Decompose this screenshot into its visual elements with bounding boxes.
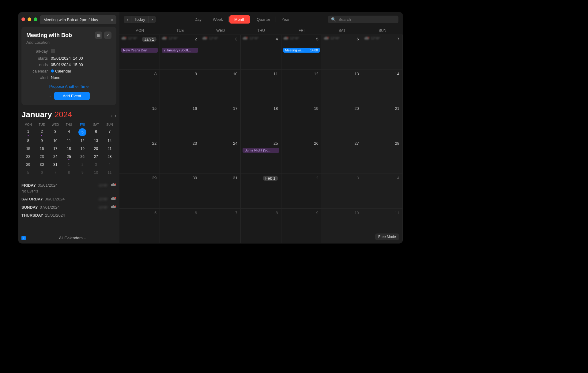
day-cell[interactable]: 23 — [160, 139, 200, 174]
day-cell[interactable]: Feb 1 — [241, 174, 281, 209]
mini-day[interactable]: 21 — [103, 145, 116, 153]
location-field[interactable]: Add Location — [26, 40, 111, 45]
event-chip[interactable]: 2 January (Scotl… — [162, 48, 198, 53]
mini-day[interactable]: 7 — [103, 128, 116, 137]
day-cell[interactable]: 11 — [241, 70, 281, 105]
add-event-button[interactable]: Add Event — [54, 92, 90, 100]
search-input[interactable] — [338, 17, 395, 22]
day-cell[interactable]: 12°/8°5Meeting wi…14:00 — [281, 35, 322, 70]
mini-day[interactable]: 30 — [35, 161, 48, 169]
mini-day[interactable]: 23 — [35, 153, 48, 161]
mini-day[interactable]: 27 — [89, 153, 103, 161]
day-cell[interactable]: 12 — [281, 70, 322, 105]
expand-icon[interactable]: ⌄ — [48, 94, 51, 98]
calendar-picker-icon[interactable]: ▦ — [95, 32, 102, 39]
starts-time[interactable]: 14:00 — [73, 56, 83, 61]
propose-time-link[interactable]: Propose Another Time — [26, 84, 111, 89]
mini-day[interactable]: 22 — [21, 153, 35, 161]
all-calendars-checkbox[interactable]: ✓ — [21, 236, 26, 240]
day-cell[interactable]: 10 — [322, 209, 362, 244]
mini-day[interactable]: 9 — [35, 137, 48, 145]
mini-day[interactable]: 12 — [76, 137, 89, 145]
view-day[interactable]: Day — [190, 15, 206, 24]
event-chip[interactable]: New Year's Day — [121, 48, 158, 53]
mini-day[interactable]: 6 — [89, 128, 103, 137]
mini-day[interactable]: 2 — [35, 128, 48, 137]
mini-day[interactable]: 1 — [62, 161, 76, 169]
mini-day[interactable]: 5 — [78, 128, 86, 136]
day-cell[interactable]: 19 — [281, 104, 322, 139]
mini-day[interactable]: 28 — [103, 153, 116, 161]
day-cell[interactable]: 20 — [322, 104, 362, 139]
day-cell[interactable]: 12°/8°Jan 1New Year's Day — [119, 35, 160, 70]
alert-value[interactable]: None — [51, 75, 111, 80]
view-month[interactable]: Month — [229, 15, 250, 24]
day-cell[interactable]: 6 — [160, 209, 200, 244]
view-quarter[interactable]: Quarter — [252, 15, 275, 24]
view-week[interactable]: Week — [208, 15, 228, 24]
mini-day[interactable]: 11 — [62, 137, 76, 145]
maximize-window[interactable] — [34, 17, 37, 21]
mini-day[interactable]: 8 — [62, 169, 76, 177]
mini-day[interactable]: 10 — [89, 169, 103, 177]
quick-entry-field[interactable]: × — [40, 15, 116, 24]
mini-day[interactable]: 4 — [62, 128, 76, 137]
day-cell[interactable]: 16 — [160, 104, 200, 139]
close-window[interactable] — [21, 17, 25, 21]
mini-day[interactable]: 13 — [89, 137, 103, 145]
day-cell[interactable]: 12°/8°7 — [362, 35, 403, 70]
day-cell[interactable]: 24 — [200, 139, 241, 174]
day-cell[interactable]: 8 — [119, 70, 160, 105]
mini-day[interactable]: 19 — [76, 145, 89, 153]
day-cell[interactable]: 18 — [241, 104, 281, 139]
mini-day[interactable]: 24 — [49, 153, 62, 161]
mini-day[interactable]: 1 — [21, 128, 35, 137]
mini-day[interactable]: 5 — [21, 169, 35, 177]
mini-day[interactable]: 7 — [49, 169, 62, 177]
mini-day[interactable]: 17 — [49, 145, 62, 153]
day-cell[interactable]: 22 — [119, 139, 160, 174]
mini-day[interactable]: 16 — [35, 145, 48, 153]
mini-day[interactable]: 15 — [21, 145, 35, 153]
ends-date[interactable]: 05/01/2024 — [51, 62, 71, 67]
confirm-icon[interactable]: ✓ — [104, 32, 111, 39]
mini-next-icon[interactable]: › — [115, 113, 116, 118]
agenda-item[interactable]: THURSDAY25/01/2024 — [21, 213, 116, 218]
day-cell[interactable]: 3 — [322, 174, 362, 209]
day-cell[interactable]: 10 — [200, 70, 241, 105]
free-mode-badge[interactable]: Free Mode — [375, 233, 399, 240]
day-cell[interactable]: 26 — [281, 139, 322, 174]
today-button[interactable]: Today — [131, 16, 148, 23]
search-field[interactable]: 🔍 — [328, 16, 398, 23]
allday-checkbox[interactable] — [51, 49, 55, 53]
view-year[interactable]: Year — [277, 15, 294, 24]
day-cell[interactable]: 31 — [200, 174, 241, 209]
mini-day[interactable]: 6 — [35, 169, 48, 177]
day-cell[interactable]: 12°/8°3 — [200, 35, 241, 70]
event-title[interactable]: Meeting with Bob — [26, 32, 72, 39]
day-cell[interactable]: 8 — [241, 209, 281, 244]
day-cell[interactable]: 29 — [119, 174, 160, 209]
day-cell[interactable]: 28 — [362, 139, 403, 174]
day-cell[interactable]: 4 — [362, 174, 403, 209]
next-button[interactable]: › — [148, 16, 156, 23]
mini-day[interactable]: 14 — [103, 137, 116, 145]
mini-prev-icon[interactable]: ‹ — [111, 113, 113, 118]
day-cell[interactable]: 30 — [160, 174, 200, 209]
mini-day[interactable]: 2 — [76, 161, 89, 169]
mini-day[interactable]: 8 — [21, 137, 35, 145]
event-chip[interactable]: Meeting wi…14:00 — [283, 48, 320, 53]
day-cell[interactable]: 12°/8°22 January (Scotl… — [160, 35, 200, 70]
day-cell[interactable]: 12°/8°6 — [322, 35, 362, 70]
day-cell[interactable]: 9 — [160, 70, 200, 105]
day-cell[interactable]: 12°/8°4 — [241, 35, 281, 70]
mini-day[interactable]: 20 — [89, 145, 103, 153]
mini-day[interactable]: 3 — [49, 128, 62, 137]
day-cell[interactable]: 27 — [322, 139, 362, 174]
day-cell[interactable]: 17 — [200, 104, 241, 139]
day-cell[interactable]: 5 — [119, 209, 160, 244]
day-cell[interactable]: 7 — [200, 209, 241, 244]
minimize-window[interactable] — [28, 17, 31, 21]
all-calendars-label[interactable]: All Calendars ⌄ — [59, 236, 86, 240]
mini-day[interactable]: 29 — [21, 161, 35, 169]
